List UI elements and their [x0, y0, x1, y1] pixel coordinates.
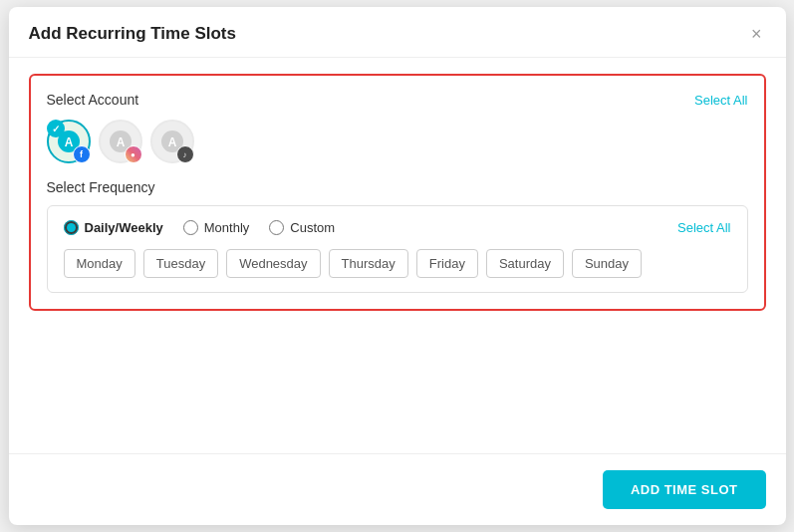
- modal-title: Add Recurring Time Slots: [29, 24, 236, 44]
- account-avatar-ig[interactable]: A ●: [99, 120, 142, 163]
- add-time-slot-button[interactable]: ADD TIME SLOT: [603, 470, 766, 509]
- radio-daily-weekly-label: Daily/Weekly: [85, 220, 163, 235]
- modal-header: Add Recurring Time Slots ×: [9, 7, 786, 58]
- modal-body: Select Account Select All ✓ A f: [9, 58, 786, 453]
- main-content-box: Select Account Select All ✓ A f: [29, 74, 766, 311]
- day-button-tuesday[interactable]: Tuesday: [143, 249, 218, 278]
- accounts-label: Select Account: [47, 92, 139, 108]
- radio-custom-input[interactable]: [269, 220, 284, 235]
- day-button-monday[interactable]: Monday: [64, 249, 135, 278]
- svg-text:A: A: [116, 135, 125, 149]
- radio-daily-weekly-input[interactable]: [64, 220, 79, 235]
- day-button-wednesday[interactable]: Wednesday: [226, 249, 320, 278]
- svg-text:A: A: [64, 135, 73, 149]
- account-avatar-fb[interactable]: ✓ A f: [47, 120, 91, 163]
- radio-custom-label: Custom: [290, 220, 335, 235]
- radio-monthly-input[interactable]: [183, 220, 198, 235]
- instagram-social-icon: ●: [125, 145, 142, 163]
- day-button-sunday[interactable]: Sunday: [572, 249, 642, 278]
- check-icon: ✓: [47, 120, 65, 137]
- close-button[interactable]: ×: [747, 23, 766, 45]
- accounts-select-all-button[interactable]: Select All: [694, 93, 747, 108]
- day-button-saturday[interactable]: Saturday: [486, 249, 564, 278]
- account-avatar-tk[interactable]: A ♪: [150, 120, 194, 163]
- frequency-box: Daily/Weekly Monthly Custom Select All: [47, 205, 748, 293]
- days-select-all-button[interactable]: Select All: [677, 220, 730, 235]
- day-button-friday[interactable]: Friday: [416, 249, 478, 278]
- accounts-row: ✓ A f A ●: [47, 120, 748, 163]
- frequency-options-row: Daily/Weekly Monthly Custom Select All: [64, 220, 731, 235]
- day-button-thursday[interactable]: Thursday: [329, 249, 408, 278]
- radio-monthly[interactable]: Monthly: [183, 220, 250, 235]
- facebook-social-icon: f: [73, 145, 91, 163]
- radio-custom[interactable]: Custom: [269, 220, 335, 235]
- tiktok-social-icon: ♪: [176, 145, 194, 163]
- svg-text:A: A: [167, 135, 176, 149]
- radio-daily-weekly[interactable]: Daily/Weekly: [64, 220, 163, 235]
- radio-monthly-label: Monthly: [204, 220, 250, 235]
- add-recurring-time-slots-modal: Add Recurring Time Slots × Select Accoun…: [9, 7, 786, 525]
- modal-footer: ADD TIME SLOT: [9, 453, 786, 525]
- days-row: Monday Tuesday Wednesday Thursday Friday…: [64, 249, 731, 278]
- accounts-section-header: Select Account Select All: [47, 92, 748, 108]
- frequency-label: Select Frequency: [47, 179, 748, 195]
